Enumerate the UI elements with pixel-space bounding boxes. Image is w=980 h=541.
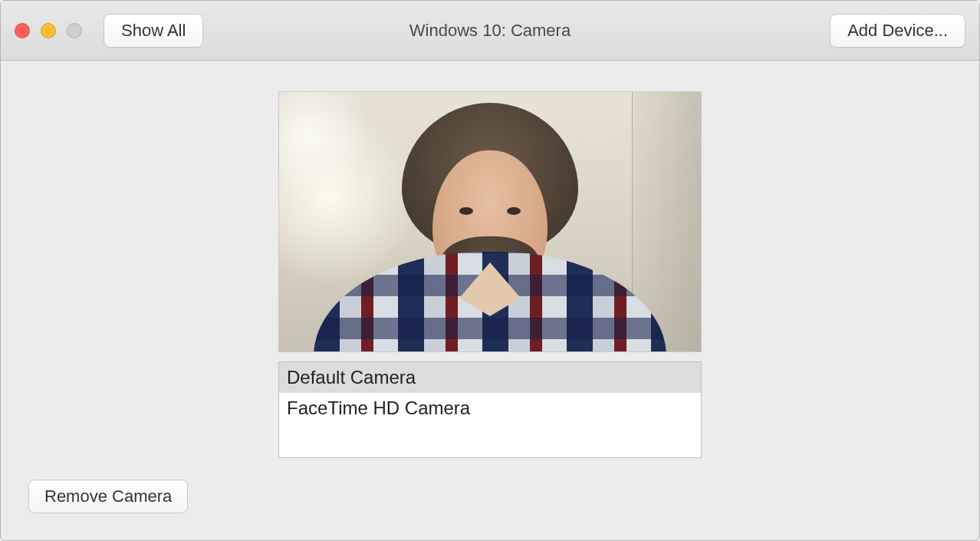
- show-all-button[interactable]: Show All: [104, 14, 203, 48]
- traffic-lights: [15, 23, 82, 38]
- footer-actions: Remove Camera: [28, 480, 952, 513]
- close-window-button[interactable]: [15, 23, 30, 38]
- window-title: Windows 10: Camera: [409, 21, 571, 41]
- camera-preview: [278, 91, 702, 352]
- minimize-window-button[interactable]: [41, 23, 56, 38]
- titlebar: Show All Windows 10: Camera Add Device..…: [1, 1, 979, 61]
- add-device-button[interactable]: Add Device...: [830, 14, 965, 48]
- camera-list[interactable]: Default Camera FaceTime HD Camera: [278, 361, 702, 458]
- zoom-window-button: [67, 23, 82, 38]
- content-area: Default Camera FaceTime HD Camera Remove…: [1, 61, 979, 540]
- camera-list-item[interactable]: FaceTime HD Camera: [279, 393, 701, 424]
- camera-list-item[interactable]: Default Camera: [279, 362, 701, 393]
- preferences-window: Show All Windows 10: Camera Add Device..…: [0, 0, 980, 541]
- remove-camera-button[interactable]: Remove Camera: [28, 480, 188, 513]
